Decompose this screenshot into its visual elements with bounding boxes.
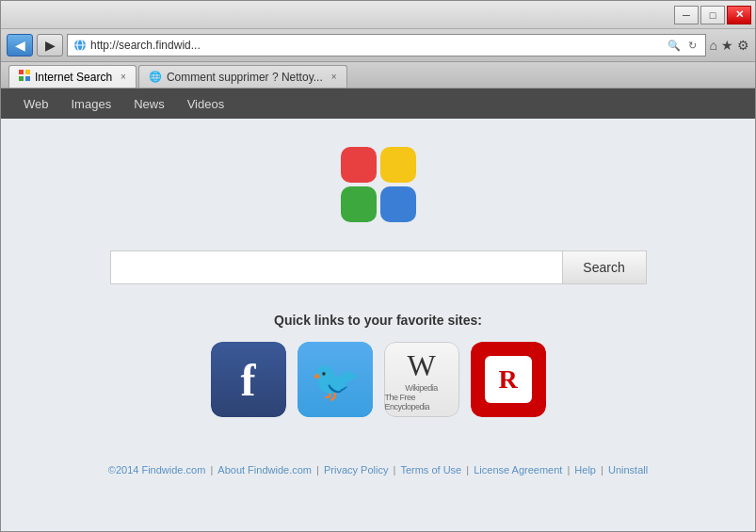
window-controls: ─ □ ✕: [674, 6, 751, 24]
address-refresh-btn[interactable]: ↻: [685, 40, 700, 52]
nav-link-images[interactable]: Images: [62, 93, 121, 115]
logo-yellow: [380, 147, 416, 183]
address-text: http://search.findwid...: [90, 39, 661, 52]
browser-icon: [73, 39, 87, 52]
address-search-btn[interactable]: 🔍: [665, 40, 684, 52]
tab-favicon-2: 🌐: [149, 71, 162, 83]
quick-link-twitter[interactable]: 🐦: [298, 342, 373, 417]
quick-link-wikipedia[interactable]: W Wikipedia The Free Encyclopedia: [384, 342, 459, 417]
nav-links-bar: Web Images News Videos: [1, 89, 755, 119]
logo-blue: [380, 186, 416, 222]
svg-text:🐦: 🐦: [311, 358, 361, 405]
footer-link-uninstall[interactable]: Uninstall: [608, 464, 648, 476]
home-button[interactable]: ⌂: [710, 38, 717, 53]
quick-link-rmn[interactable]: R: [471, 342, 546, 417]
search-bar-container: Search: [110, 250, 647, 284]
svg-rect-5: [19, 76, 24, 81]
tab-close-btn-2[interactable]: ×: [331, 72, 337, 82]
search-button[interactable]: Search: [562, 250, 647, 284]
minimize-button[interactable]: ─: [674, 6, 699, 24]
svg-rect-4: [25, 70, 30, 74]
footer-link-about[interactable]: About Findwide.com: [217, 464, 312, 476]
twitter-icon: 🐦: [298, 342, 373, 417]
quick-links-row: f 🐦: [211, 342, 546, 417]
browser-window: ─ □ ✕ ◀ ▶ http://search.findwid... 🔍 ↻ ⌂…: [0, 0, 756, 532]
logo-red: [341, 147, 377, 183]
footer: ©2014 Findwide.com | About Findwide.com …: [97, 455, 659, 485]
nav-link-news[interactable]: News: [124, 93, 174, 115]
tab-label-2: Comment supprimer ? Nettoy...: [167, 71, 323, 84]
title-bar: ─ □ ✕: [1, 1, 755, 29]
rmn-tag: R: [485, 356, 532, 403]
logo-green: [341, 186, 377, 222]
footer-link-copyright[interactable]: ©2014 Findwide.com: [108, 464, 206, 476]
findwide-logo: [341, 147, 416, 222]
settings-button[interactable]: ⚙: [737, 38, 749, 53]
footer-link-help[interactable]: Help: [574, 464, 596, 476]
favorites-button[interactable]: ★: [721, 38, 733, 53]
tab-favicon-ms: [19, 70, 30, 84]
close-button[interactable]: ✕: [727, 6, 751, 24]
quick-links-label: Quick links to your favorite sites:: [274, 313, 482, 328]
footer-link-terms[interactable]: Terms of Use: [400, 464, 461, 476]
svg-rect-6: [25, 76, 30, 81]
address-bar[interactable]: http://search.findwid... 🔍 ↻: [67, 34, 706, 56]
tab-comment-supprimer[interactable]: 🌐 Comment supprimer ? Nettoy... ×: [138, 65, 347, 88]
footer-link-privacy[interactable]: Privacy Policy: [324, 464, 388, 476]
tab-internet-search[interactable]: Internet Search ×: [8, 65, 137, 88]
tab-label: Internet Search: [35, 71, 112, 84]
rmn-icon: R: [471, 342, 546, 417]
nav-link-web[interactable]: Web: [14, 93, 58, 115]
facebook-icon: f: [211, 342, 286, 417]
main-content: Search Quick links to your favorite site…: [1, 119, 755, 531]
svg-rect-3: [19, 70, 24, 74]
back-button[interactable]: ◀: [7, 34, 33, 56]
tab-close-btn[interactable]: ×: [121, 72, 126, 82]
nav-link-videos[interactable]: Videos: [178, 93, 234, 115]
forward-button[interactable]: ▶: [37, 34, 63, 56]
tabs-row: Internet Search × 🌐 Comment supprimer ? …: [1, 62, 755, 89]
footer-link-license[interactable]: License Agreement: [474, 464, 562, 476]
browser-nav-bar: ◀ ▶ http://search.findwid... 🔍 ↻ ⌂ ★ ⚙: [1, 29, 755, 62]
address-actions: 🔍 ↻: [665, 40, 700, 52]
search-input[interactable]: [110, 250, 562, 284]
quick-link-facebook[interactable]: f: [211, 342, 286, 417]
maximize-button[interactable]: □: [700, 6, 725, 24]
wikipedia-icon: W Wikipedia The Free Encyclopedia: [384, 342, 459, 417]
